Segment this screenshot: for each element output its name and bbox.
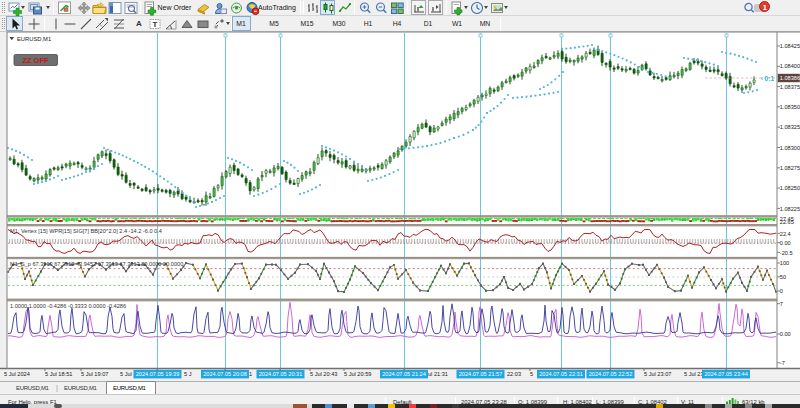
svg-text:2024.07.05 22:31: 2024.07.05 22:31 [539,371,583,377]
svg-text:1.08375: 1.08375 [780,84,800,90]
svg-text:1.08225: 1.08225 [780,206,800,212]
svg-text:2024.07.05 22:52: 2024.07.05 22:52 [589,371,633,377]
svg-text:2024.07.05 21:24: 2024.07.05 21:24 [382,371,426,377]
svg-text:-20.5: -20.5 [780,250,793,256]
svg-text:1.08350: 1.08350 [780,104,800,110]
svg-text:ZZ OFF: ZZ OFF [22,56,49,65]
svg-text:5 Jul 19:07: 5 Jul 19:07 [81,371,108,377]
svg-text:22:03: 22:03 [507,371,521,377]
svg-text:5 Jul 23:07: 5 Jul 23:07 [644,371,671,377]
svg-text:1: 1 [249,371,252,377]
svg-text:1.08275: 1.08275 [780,165,800,171]
svg-text:M1: Vertex [15] WPR[15] SIG[7]: M1: Vertex [15] WPR[15] SIG[7] BB[20^2.0… [10,228,162,234]
svg-text:1.08425: 1.08425 [780,43,800,49]
svg-text:1.08386: 1.08386 [780,75,800,81]
svg-text:1.08250: 1.08250 [780,185,800,191]
svg-text:5 Jul 20:43: 5 Jul 20:43 [310,371,337,377]
svg-text:22.65: 22.65 [780,219,794,225]
svg-text:0.00: 0.00 [780,240,791,246]
svg-text:1.08300: 1.08300 [780,145,800,151]
svg-text:EURUSD,M1: EURUSD,M1 [17,36,51,42]
svg-text:2024.07.05 23:44: 2024.07.05 23:44 [704,371,748,377]
svg-text:22.4: 22.4 [780,231,791,237]
svg-text:-7: -7 [780,360,785,366]
svg-text:5 Jul 20:59: 5 Jul 20:59 [344,371,371,377]
svg-text:‹ 0:1: ‹ 0:1 [761,75,775,82]
svg-text:5 Jul 18:51: 5 Jul 18:51 [45,371,72,377]
svg-text:0.00: 0.00 [780,331,791,337]
svg-text:50: 50 [780,274,786,280]
svg-text:5 J: 5 J [184,371,192,377]
svg-text:5: 5 [530,371,533,377]
svg-text:2024.07.05 21:57: 2024.07.05 21:57 [459,371,503,377]
svg-text:100: 100 [780,260,789,266]
svg-text:2024.07.05 19:39: 2024.07.05 19:39 [136,371,180,377]
svg-text:ul 21:31: ul 21:31 [428,371,448,377]
svg-text:1.0000 1.0000 -0.4286 -0.3333: 1.0000 1.0000 -0.4286 -0.3333 0.0000 -0.… [10,303,126,309]
svg-text:1.08400: 1.08400 [780,63,800,69]
svg-text:2024.07.05 20:31: 2024.07.05 20:31 [259,371,303,377]
svg-text:5 Jul: 5 Jul [120,371,132,377]
svg-text:1.08325: 1.08325 [780,124,800,130]
svg-text:7: 7 [780,301,783,307]
svg-text:5 Jul 2024: 5 Jul 2024 [4,371,30,377]
svg-text:2024.07.05 20:08: 2024.07.05 20:08 [203,371,247,377]
svg-text:M1_S_p 67.3913 67.3913 43.9452: M1_S_p 67.3913 67.3913 43.9452 67.3913 6… [10,261,183,267]
svg-text:0: 0 [780,288,783,294]
